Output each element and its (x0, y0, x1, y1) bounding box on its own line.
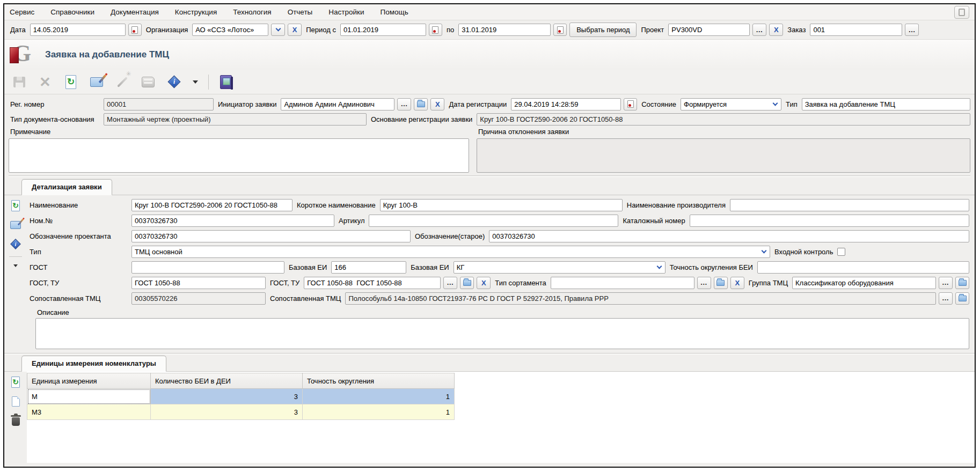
calendar-icon (432, 26, 438, 34)
sortament-open-button[interactable] (714, 277, 728, 289)
document-button[interactable] (954, 6, 969, 19)
uom-cell-unit[interactable]: М (27, 389, 151, 404)
old-code-field[interactable] (489, 230, 969, 242)
order-lookup-button[interactable]: … (905, 24, 919, 36)
uom-cell-unit[interactable]: М3 (27, 404, 151, 420)
uom-refresh-button[interactable]: ↻ (9, 375, 23, 389)
initiator-field[interactable] (281, 98, 394, 110)
uom-add-button[interactable] (9, 394, 23, 408)
info-button[interactable]: i (165, 73, 182, 91)
uom-cell-precision[interactable]: 1 (303, 404, 455, 420)
bei-precision-field[interactable] (757, 261, 969, 274)
project-input[interactable] (668, 24, 750, 36)
detail-edit-button[interactable] (9, 218, 23, 232)
tab-uom[interactable]: Единицы измерения номенклатуры (21, 356, 166, 372)
reg-date-field[interactable] (511, 98, 621, 110)
uom-cell-qty[interactable]: 3 (151, 404, 303, 420)
ellipsis-icon: … (756, 27, 763, 33)
tab-detail[interactable]: Детализация заявки (21, 179, 112, 195)
organization-select[interactable] (192, 24, 268, 36)
name-field[interactable] (131, 199, 292, 211)
uom-table-row[interactable]: М 3 1 (27, 389, 455, 404)
sortament-field[interactable] (551, 277, 694, 289)
delete-button[interactable]: ✕ (36, 73, 54, 91)
article-field[interactable] (369, 215, 618, 227)
menu-item-construction[interactable]: Конструкция (175, 8, 217, 16)
matched-tmc-open-button[interactable] (955, 292, 969, 305)
base-uom-code-field[interactable] (331, 261, 406, 274)
detail-info-button[interactable]: i (9, 237, 23, 251)
period-to-input[interactable] (458, 24, 551, 36)
save-button[interactable] (11, 73, 28, 91)
state-select[interactable] (681, 98, 781, 110)
menu-item-help[interactable]: Помощь (381, 8, 408, 16)
order-input[interactable] (810, 24, 902, 36)
clear-icon: X (292, 26, 297, 34)
menu-item-service[interactable]: Сервис (10, 8, 34, 16)
description-textarea[interactable] (35, 318, 969, 349)
wizard-button[interactable] (114, 73, 131, 91)
note-textarea[interactable] (9, 138, 469, 173)
matched-tmc-lookup-button[interactable]: … (939, 292, 953, 305)
catalog-number-field[interactable] (690, 215, 969, 227)
detail-refresh-button[interactable]: ↻ (9, 198, 23, 212)
tmc-group-lookup-button[interactable]: … (939, 277, 953, 289)
period-from-calendar-button[interactable] (429, 24, 442, 36)
gost-tu2-field[interactable] (304, 277, 441, 289)
period-to-calendar-button[interactable] (553, 24, 567, 36)
tmc-group-open-button[interactable] (955, 277, 969, 289)
organization-dropdown-button[interactable] (271, 24, 285, 36)
gost-field[interactable] (131, 261, 284, 274)
uom-table-row[interactable]: М3 3 1 (27, 404, 455, 420)
menu-item-settings[interactable]: Настройки (328, 8, 364, 16)
filter-bar: Дата Организация X Период с по Выбрать п… (4, 20, 975, 40)
menu-item-directories[interactable]: Справочники (50, 8, 94, 16)
magic-wand-icon (117, 77, 128, 87)
period-from-input[interactable] (340, 24, 426, 36)
tmc-group-field[interactable] (792, 277, 936, 289)
initiator-clear-button[interactable]: X (430, 98, 444, 110)
menu-item-technology[interactable]: Технология (233, 8, 271, 16)
base-uom-select[interactable] (454, 261, 665, 274)
uom-col-unit[interactable]: Единица измерения (27, 373, 151, 389)
short-name-field[interactable] (380, 199, 623, 211)
type-field[interactable] (802, 98, 970, 110)
menu-item-reports[interactable]: Отчеты (288, 8, 313, 16)
designer-code-field[interactable] (131, 230, 411, 242)
sortament-clear-button[interactable]: X (730, 277, 744, 289)
exit-button[interactable] (217, 73, 235, 91)
menu-item-documentation[interactable]: Документация (111, 8, 159, 16)
info-icon: i (167, 75, 180, 88)
ellipsis-icon: … (400, 101, 408, 107)
uom-cell-qty[interactable]: 3 (151, 389, 303, 404)
organization-clear-button[interactable]: X (288, 24, 302, 36)
date-calendar-button[interactable] (128, 24, 142, 36)
refresh-icon: ↻ (65, 75, 76, 89)
info-dropdown-button[interactable] (191, 73, 200, 91)
gost-tu-field[interactable] (131, 277, 266, 289)
edit-button[interactable] (88, 73, 105, 91)
nom-number-field[interactable] (131, 215, 334, 227)
select-period-button[interactable]: Выбрать период (569, 23, 637, 37)
uom-delete-button[interactable] (9, 414, 23, 427)
input-control-checkbox[interactable] (837, 248, 845, 256)
detail-more-button[interactable] (9, 262, 23, 269)
project-label: Проект (639, 26, 665, 34)
manufacturer-field[interactable] (730, 199, 969, 211)
refresh-button[interactable]: ↻ (62, 73, 79, 91)
initiator-lookup-button[interactable]: … (397, 98, 411, 110)
date-input[interactable] (30, 24, 126, 36)
project-clear-button[interactable]: X (769, 24, 783, 36)
project-lookup-button[interactable]: … (752, 24, 766, 36)
uom-col-precision[interactable]: Точность округления (303, 373, 455, 389)
gost-tu-open-button[interactable] (460, 277, 474, 289)
gost-tu-clear-button[interactable]: X (477, 277, 491, 289)
uom-cell-precision[interactable]: 1 (303, 389, 455, 404)
initiator-open-button[interactable] (414, 98, 428, 110)
sortament-lookup-button[interactable]: … (697, 277, 711, 289)
uom-col-qty[interactable]: Количество БЕИ в ДЕИ (151, 373, 303, 389)
tmc-type-select[interactable] (131, 246, 770, 258)
gost-tu-lookup-button[interactable]: … (443, 277, 457, 289)
reg-date-calendar-button[interactable] (624, 98, 637, 110)
archive-button[interactable] (140, 73, 157, 91)
